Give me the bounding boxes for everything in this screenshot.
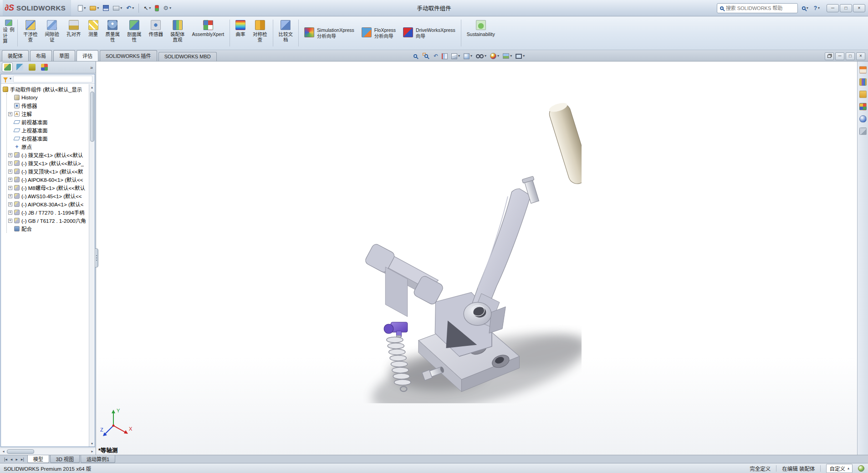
search-go-button[interactable]: ▾ (801, 3, 810, 14)
solidworks-resources-icon[interactable] (859, 66, 867, 73)
compare-documents-button[interactable]: 比较文 档 (276, 18, 296, 48)
tab-solidworks-mbd[interactable]: SOLIDWORKS MBD (158, 52, 217, 61)
select-button[interactable]: ↖▾ (142, 3, 152, 14)
dropdown-arrow-icon[interactable]: ▾ (97, 6, 99, 10)
tree-vertical-scrollbar[interactable]: ▴ ▾ (89, 84, 95, 447)
tree-item-component[interactable]: +(-) 拨叉<1> (默认<<默认>_ (8, 159, 95, 167)
curvature-button[interactable]: 曲率 (232, 18, 249, 48)
expand-icon[interactable]: + (8, 194, 12, 198)
mass-properties-button[interactable]: 质量属 性 (102, 18, 123, 48)
search-input[interactable] (726, 5, 795, 11)
motion-study-tab[interactable]: 运动算例1 (81, 455, 115, 463)
tree-item-top-plane[interactable]: 上视基准面 (8, 126, 95, 134)
rebuild-button[interactable] (153, 3, 160, 14)
expand-icon[interactable]: + (8, 112, 12, 116)
model-tab[interactable]: 模型 (27, 455, 49, 463)
dropdown-arrow-icon[interactable]: ▾ (149, 6, 151, 10)
expand-icon[interactable]: + (8, 186, 12, 190)
dropdown-arrow-icon[interactable]: ▾ (818, 6, 820, 10)
scroll-right-button[interactable]: ▸ (89, 448, 96, 455)
displaymanager-tab[interactable] (39, 62, 50, 72)
spring-anchor-fitting[interactable] (384, 322, 407, 336)
assembly-visualization-button[interactable]: 装配体 直观 (167, 18, 188, 48)
expand-icon[interactable]: + (8, 170, 12, 174)
tree-item-component[interactable]: +(-) 拨叉座<1> (默认<<默认 (8, 151, 95, 159)
document-close-button[interactable]: × (856, 52, 865, 60)
help-search-box[interactable] (717, 3, 798, 13)
scrollbar-thumb[interactable] (7, 449, 34, 454)
scroll-up-button[interactable]: ▴ (89, 84, 95, 90)
section-view-button[interactable] (441, 51, 449, 61)
close-button[interactable]: × (853, 4, 865, 12)
expand-icon[interactable]: + (8, 161, 12, 165)
tab-sketch[interactable]: 草图 (53, 50, 75, 61)
tree-item-front-plane[interactable]: 前视基准面 (8, 118, 95, 126)
dropdown-arrow-icon[interactable]: ▾ (84, 6, 86, 10)
tree-item-component[interactable]: +(-) AIPOK8-60<1> (默认<< (8, 175, 95, 184)
document-restore-button[interactable] (825, 52, 834, 60)
assemblyxpert-button[interactable]: AssemblyXpert (189, 18, 228, 48)
prev-tab-button[interactable]: ◂ (9, 457, 14, 462)
handle-grip[interactable] (547, 101, 582, 186)
measure-button[interactable]: 测量 (85, 18, 102, 48)
file-explorer-icon[interactable] (859, 91, 867, 98)
undo-button[interactable]: ↶▾ (125, 3, 135, 14)
dropdown-arrow-icon[interactable]: ▾ (510, 54, 512, 58)
panel-more-button[interactable]: » (90, 65, 94, 70)
tab-layout[interactable]: 布局 (30, 50, 52, 61)
appearances-icon[interactable] (859, 115, 867, 123)
simulationxpress-button[interactable]: SimulationXpress 分析向导 (301, 18, 357, 48)
zoom-fit-button[interactable] (411, 51, 420, 61)
tree-item-component[interactable]: +(-) M8螺母<1> (默认<<默认 (8, 184, 95, 192)
save-button[interactable] (102, 3, 110, 14)
hole-alignment-button[interactable]: 孔对齐 (63, 18, 84, 48)
tree-item-origin[interactable]: +原点 (8, 143, 95, 151)
custom-properties-icon[interactable] (859, 128, 867, 135)
help-button[interactable]: ?▾ (812, 3, 821, 14)
dropdown-arrow-icon[interactable]: ▾ (497, 54, 499, 58)
clamp-3d-model[interactable] (363, 97, 582, 403)
print-button[interactable]: ▾ (112, 3, 123, 14)
scrollbar-thumb[interactable] (90, 92, 94, 142)
tree-root-assembly[interactable]: 手动取件组件 (默认<默认_显示 (2, 85, 95, 93)
open-button[interactable]: ▾ (88, 3, 100, 14)
panel-splitter-handle[interactable] (95, 248, 98, 267)
maximize-button[interactable]: □ (840, 4, 852, 12)
tab-solidworks-addins[interactable]: SOLIDWORKS 插件 (100, 50, 157, 61)
next-tab-button[interactable]: ▸ (14, 457, 19, 462)
hide-show-items-button[interactable]: ▾ (475, 51, 487, 61)
3d-views-tab[interactable]: 3D 视图 (50, 455, 80, 463)
tab-evaluate[interactable]: 评估 (77, 50, 98, 61)
document-maximize-button[interactable]: □ (846, 52, 855, 60)
tree-item-component[interactable]: +(-) GB / T6172 . 1-2000六角 (8, 216, 95, 225)
pivot-boss[interactable] (464, 302, 491, 325)
tree-item-component[interactable]: +(-) AIPOK8-30A<1> (默认< (8, 200, 95, 208)
tree-item-right-plane[interactable]: 右视基准面 (8, 134, 95, 143)
floxpress-button[interactable]: FloXpress 分析向导 (358, 18, 399, 48)
last-tab-button[interactable]: ▸| (20, 457, 26, 462)
view-settings-button[interactable]: ▾ (515, 51, 526, 61)
filter-input[interactable] (13, 76, 92, 82)
tree-item-component[interactable]: +(-) AWS10-45<1> (默认<< (8, 192, 95, 200)
scroll-left-button[interactable]: ◂ (0, 448, 7, 455)
first-tab-button[interactable]: |◂ (3, 457, 9, 462)
dropdown-arrow-icon[interactable]: ▾ (470, 54, 472, 58)
display-style-button[interactable]: ▾ (463, 51, 473, 61)
driveworksxpress-button[interactable]: DriveWorksXpress 向导 (400, 18, 459, 48)
dropdown-arrow-icon[interactable]: ▴ (848, 467, 849, 470)
sensor-button[interactable]: 传感器 (146, 18, 167, 48)
interference-check-button[interactable]: 干涉检 查 (20, 18, 41, 48)
new-document-button[interactable]: ▾ (77, 3, 87, 14)
design-library-icon[interactable] (859, 78, 867, 86)
zoom-area-button[interactable] (422, 51, 431, 61)
dropdown-arrow-icon[interactable]: ▾ (458, 54, 460, 58)
expand-icon[interactable]: + (8, 178, 12, 182)
dropdown-arrow-icon[interactable]: ▾ (169, 6, 171, 10)
tree-item-annotations[interactable]: +A注解 (8, 110, 95, 118)
dropdown-arrow-icon[interactable]: ▾ (10, 77, 11, 81)
graphics-area[interactable]: Y X Z *等轴测 (97, 62, 857, 455)
apply-scene-button[interactable]: ▾ (502, 51, 513, 61)
sustainability-button[interactable]: Sustainability (464, 18, 498, 48)
view-orientation-button[interactable]: ▾ (450, 51, 461, 61)
symmetry-check-button[interactable]: 对称检 查 (250, 18, 271, 48)
